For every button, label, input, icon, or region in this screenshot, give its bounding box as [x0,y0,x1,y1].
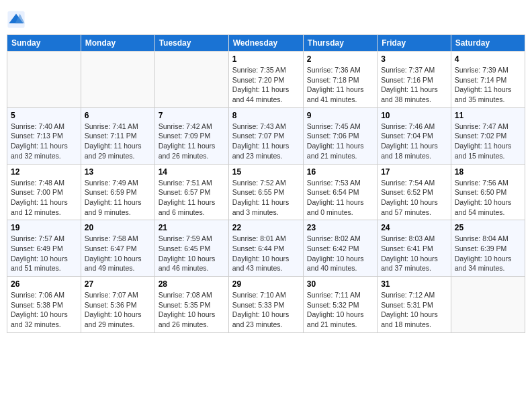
day-number: 8 [232,111,300,120]
day-number: 30 [307,279,373,289]
day-number: 14 [159,167,225,177]
day-info: Sunrise: 8:04 AMSunset: 6:39 PMDaylight:… [455,234,521,273]
calendar-cell: 28Sunrise: 7:08 AMSunset: 5:35 PMDayligh… [154,277,228,333]
day-number: 20 [85,223,151,232]
calendar-cell: 26Sunrise: 7:06 AMSunset: 5:38 PMDayligh… [7,277,81,333]
day-number: 7 [159,111,225,120]
day-number: 13 [85,167,151,177]
day-number: 26 [11,279,77,289]
weekday-header: Friday [378,35,451,52]
day-number: 3 [381,54,447,64]
calendar-cell: 6Sunrise: 7:41 AMSunset: 7:11 PMDaylight… [81,107,154,164]
calendar: SundayMondayTuesdayWednesdayThursdayFrid… [7,34,525,333]
calendar-cell: 10Sunrise: 7:46 AMSunset: 7:04 PMDayligh… [378,107,451,164]
day-info: Sunrise: 7:41 AMSunset: 7:11 PMDaylight:… [85,122,151,161]
day-info: Sunrise: 7:43 AMSunset: 7:07 PMDaylight:… [232,122,300,161]
calendar-cell [154,52,228,108]
day-info: Sunrise: 7:08 AMSunset: 5:35 PMDaylight:… [159,290,225,330]
day-info: Sunrise: 7:36 AMSunset: 7:18 PMDaylight:… [307,65,373,105]
calendar-cell: 5Sunrise: 7:40 AMSunset: 7:13 PMDaylight… [7,107,81,164]
day-number: 1 [232,54,300,64]
calendar-cell: 1Sunrise: 7:35 AMSunset: 7:20 PMDaylight… [228,52,303,108]
logo-icon [7,10,26,29]
day-number: 12 [11,167,77,177]
weekday-header: Thursday [303,35,377,52]
day-info: Sunrise: 7:35 AMSunset: 7:20 PMDaylight:… [232,65,300,105]
calendar-cell: 11Sunrise: 7:47 AMSunset: 7:02 PMDayligh… [451,107,525,164]
calendar-cell: 13Sunrise: 7:49 AMSunset: 6:59 PMDayligh… [81,164,154,220]
day-number: 9 [307,111,373,120]
calendar-cell: 15Sunrise: 7:52 AMSunset: 6:55 PMDayligh… [228,164,303,220]
calendar-cell: 31Sunrise: 7:12 AMSunset: 5:31 PMDayligh… [378,277,451,333]
day-info: Sunrise: 7:59 AMSunset: 6:45 PMDaylight:… [159,234,225,273]
day-number: 15 [232,167,300,177]
calendar-cell: 29Sunrise: 7:10 AMSunset: 5:33 PMDayligh… [228,277,303,333]
day-number: 24 [381,223,447,232]
day-info: Sunrise: 7:07 AMSunset: 5:36 PMDaylight:… [85,290,151,330]
day-info: Sunrise: 7:48 AMSunset: 7:00 PMDaylight:… [11,178,77,218]
calendar-cell: 19Sunrise: 7:57 AMSunset: 6:49 PMDayligh… [7,220,81,277]
day-info: Sunrise: 7:40 AMSunset: 7:13 PMDaylight:… [11,122,77,161]
calendar-cell: 3Sunrise: 7:37 AMSunset: 7:16 PMDaylight… [378,52,451,108]
calendar-cell: 17Sunrise: 7:54 AMSunset: 6:52 PMDayligh… [378,164,451,220]
day-info: Sunrise: 7:42 AMSunset: 7:09 PMDaylight:… [159,122,225,161]
day-number: 28 [159,279,225,289]
day-number: 6 [85,111,151,120]
calendar-cell: 22Sunrise: 8:01 AMSunset: 6:44 PMDayligh… [228,220,303,277]
day-info: Sunrise: 7:46 AMSunset: 7:04 PMDaylight:… [381,122,447,161]
day-info: Sunrise: 7:51 AMSunset: 6:57 PMDaylight:… [159,178,225,218]
day-number: 2 [307,54,373,64]
calendar-cell: 4Sunrise: 7:39 AMSunset: 7:14 PMDaylight… [451,52,525,108]
calendar-cell [7,52,81,108]
weekday-header: Tuesday [154,35,228,52]
page-header [7,7,525,29]
day-number: 23 [307,223,373,232]
day-number: 22 [232,223,300,232]
day-info: Sunrise: 7:37 AMSunset: 7:16 PMDaylight:… [381,65,447,105]
day-info: Sunrise: 8:01 AMSunset: 6:44 PMDaylight:… [232,234,300,273]
calendar-cell: 8Sunrise: 7:43 AMSunset: 7:07 PMDaylight… [228,107,303,164]
day-number: 4 [455,54,521,64]
logo [7,10,28,29]
day-number: 31 [381,279,447,289]
calendar-cell: 14Sunrise: 7:51 AMSunset: 6:57 PMDayligh… [154,164,228,220]
day-info: Sunrise: 7:10 AMSunset: 5:33 PMDaylight:… [232,290,300,330]
day-number: 27 [85,279,151,289]
day-number: 17 [381,167,447,177]
day-info: Sunrise: 7:47 AMSunset: 7:02 PMDaylight:… [455,122,521,161]
day-info: Sunrise: 7:45 AMSunset: 7:06 PMDaylight:… [307,122,373,161]
calendar-cell: 24Sunrise: 8:03 AMSunset: 6:41 PMDayligh… [378,220,451,277]
day-number: 29 [232,279,300,289]
day-info: Sunrise: 7:06 AMSunset: 5:38 PMDaylight:… [11,290,77,330]
calendar-cell: 23Sunrise: 8:02 AMSunset: 6:42 PMDayligh… [303,220,377,277]
weekday-header: Sunday [7,35,81,52]
day-number: 5 [11,111,77,120]
calendar-cell: 25Sunrise: 8:04 AMSunset: 6:39 PMDayligh… [451,220,525,277]
day-number: 19 [11,223,77,232]
calendar-cell: 30Sunrise: 7:11 AMSunset: 5:32 PMDayligh… [303,277,377,333]
weekday-header: Monday [81,35,154,52]
day-number: 21 [159,223,225,232]
calendar-cell: 16Sunrise: 7:53 AMSunset: 6:54 PMDayligh… [303,164,377,220]
day-info: Sunrise: 7:39 AMSunset: 7:14 PMDaylight:… [455,65,521,105]
day-info: Sunrise: 7:53 AMSunset: 6:54 PMDaylight:… [307,178,373,218]
calendar-cell: 20Sunrise: 7:58 AMSunset: 6:47 PMDayligh… [81,220,154,277]
day-info: Sunrise: 7:52 AMSunset: 6:55 PMDaylight:… [232,178,300,218]
calendar-cell: 2Sunrise: 7:36 AMSunset: 7:18 PMDaylight… [303,52,377,108]
day-number: 16 [307,167,373,177]
day-number: 25 [455,223,521,232]
day-number: 11 [455,111,521,120]
day-info: Sunrise: 7:56 AMSunset: 6:50 PMDaylight:… [455,178,521,218]
day-info: Sunrise: 7:49 AMSunset: 6:59 PMDaylight:… [85,178,151,218]
day-info: Sunrise: 7:58 AMSunset: 6:47 PMDaylight:… [85,234,151,273]
calendar-cell: 12Sunrise: 7:48 AMSunset: 7:00 PMDayligh… [7,164,81,220]
calendar-cell [451,277,525,333]
day-info: Sunrise: 7:11 AMSunset: 5:32 PMDaylight:… [307,290,373,330]
day-number: 10 [381,111,447,120]
calendar-cell: 27Sunrise: 7:07 AMSunset: 5:36 PMDayligh… [81,277,154,333]
day-info: Sunrise: 7:12 AMSunset: 5:31 PMDaylight:… [381,290,447,330]
calendar-cell: 21Sunrise: 7:59 AMSunset: 6:45 PMDayligh… [154,220,228,277]
day-info: Sunrise: 7:54 AMSunset: 6:52 PMDaylight:… [381,178,447,218]
calendar-cell: 18Sunrise: 7:56 AMSunset: 6:50 PMDayligh… [451,164,525,220]
calendar-cell [81,52,154,108]
